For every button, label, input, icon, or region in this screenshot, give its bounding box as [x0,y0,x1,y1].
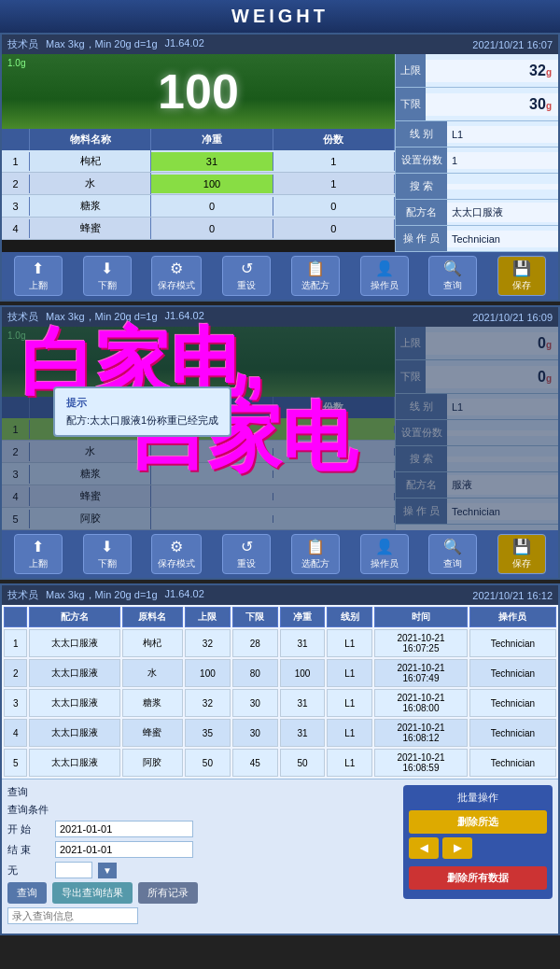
p2-save-icon: 💾 [512,538,531,555]
col-num-h [4,607,27,627]
portions-label: 设置份数 [396,147,447,173]
table-row: 1 太太口服液 枸杞 32 28 31 L1 2021-10-2116:07:2… [4,629,556,657]
search-input-row [7,907,394,924]
p2-query-icon: 🔍 [443,538,462,555]
upper-limit-row: 上限 32g [396,54,558,88]
recipe-icon: 📋 [306,260,325,277]
btn-operator[interactable]: 👤 操作员 [360,256,409,296]
btn-select-recipe[interactable]: 📋 选配方 [291,256,340,296]
btn-down[interactable]: ⬇ 下翻 [83,256,132,296]
query-actions-row: 查询 导出查询结果 所有记录 [7,882,394,904]
p2-btn-select-recipe[interactable]: 📋 选配方 [291,534,340,574]
query-arrow-btn[interactable]: ▼ [98,863,117,878]
search-row: 搜 索 [396,174,558,200]
table-row: 2 太太口服液 水 100 80 100 L1 2021-10-2116:07:… [4,659,556,687]
p2-btn-reset[interactable]: ↺ 重设 [222,534,271,574]
operator-value: Technician [447,231,558,247]
p2-btn-query[interactable]: 🔍 查询 [428,534,477,574]
lower-limit-value: 30g [426,93,558,116]
portions-value: 1 [447,152,558,169]
upper-limit-value: 32g [426,60,558,82]
row1-count: 1 [273,152,395,171]
col-lower-h: 下限 [232,607,278,627]
col-num [2,129,30,150]
panel3-version: J1.64.02 [165,588,204,602]
weight-display: 1.0g 100 [2,54,395,129]
query-end-input[interactable] [55,841,193,858]
panel1-main: 1.0g 100 物料名称 净重 份数 1 枸杞 31 1 [2,54,558,252]
row3-weight: 0 [151,197,273,216]
app-title: WEIGHT [0,0,560,33]
p2-btn-save[interactable]: 💾 保存 [497,534,546,574]
query-none-label: 无 [7,864,49,878]
col-name-header: 物料名称 [30,129,151,150]
table-row: 4 太太口服液 蜂蜜 35 30 31 L1 2021-10-2116:08:1… [4,719,556,747]
query-section-label: 查询 [7,785,49,799]
btn-query[interactable]: 🔍 查询 [428,256,477,296]
query-start-input[interactable] [55,821,193,837]
panel3-user: 技术员 [7,588,38,602]
panel2-header: 技术员 Max 3kg，Min 20g d=1g J1.64.02 2021/1… [2,307,558,327]
col-material-h: 原料名 [122,607,183,627]
query-small-input[interactable] [55,862,92,878]
line-value: L1 [447,126,558,143]
table-header: 物料名称 净重 份数 [2,129,395,150]
search-query-input[interactable] [7,907,138,924]
recipe-value: 太太口服液 [447,203,558,222]
col-recipe-h: 配方名 [29,607,120,627]
panel2-user: 技术员 [7,310,38,324]
p2-btn-save-mode[interactable]: ⚙ 保存模式 [151,534,202,574]
query-icon: 🔍 [443,260,462,277]
operator-label: 操 作 员 [396,226,447,251]
recipe-label: 配方名 [396,200,447,225]
btn-save-mode[interactable]: ⚙ 保存模式 [151,256,202,296]
p2-btn-down[interactable]: ⬇ 下翻 [83,534,132,574]
query-section: 查询 查询条件 开 始 结 束 无 ▼ [2,779,558,934]
query-condition-row: 查询条件 [7,803,394,817]
query-end-row: 结 束 [7,841,394,858]
query-btn[interactable]: 查询 [7,882,47,904]
panel1-maxmin: Max 3kg，Min 20g d=1g [46,37,158,51]
search-label: 搜 索 [396,174,447,199]
table-row: 2 水 100 1 [2,173,395,195]
records-table: 配方名 原料名 上限 下限 净重 线别 时间 操作员 1 太太口服液 枸杞 32… [2,605,558,779]
table-row: 1 枸杞 31 1 [2,150,395,173]
delete-selected-btn[interactable]: 删除所选 [409,810,547,834]
delete-all-btn[interactable]: 删除所有数据 [409,866,547,890]
panel2: 技术员 Max 3kg，Min 20g d=1g J1.64.02 2021/1… [0,305,560,580]
btn-save[interactable]: 💾 保存 [497,256,546,296]
p2-down-icon: ⬇ [101,538,113,555]
panel1-right: 上限 32g 下限 30g 线 别 L1 设置份数 1 搜 索 [395,54,558,252]
weight-unit: 1.0g [7,58,25,68]
row2-name: 水 [30,173,151,194]
table-row: 3 太太口服液 糖浆 32 30 31 L1 2021-10-2116:08:0… [4,689,556,717]
row1-id: 1 [2,152,30,171]
batch-title: 批量操作 [409,791,547,805]
row1-weight: 31 [151,152,273,171]
p2-col-count: 份数 [273,397,395,418]
line-row: 线 别 L1 [396,121,558,147]
p2-btn-up[interactable]: ⬆ 上翻 [14,534,63,574]
records-btn[interactable]: 所有记录 [138,882,198,904]
p2-btn-operator[interactable]: 👤 操作员 [360,534,409,574]
save-icon: 💾 [512,260,531,277]
panel1-datetime: 2021/10/21 16:07 [472,39,553,50]
export-btn[interactable]: 导出查询结果 [52,882,133,904]
p2-save-mode-icon: ⚙ [170,538,183,555]
col-upper-h: 上限 [185,607,231,627]
portions-row: 设置份数 1 [396,147,558,174]
nav-prev-btn[interactable]: ◀ [409,837,439,859]
query-controls: 查询 查询条件 开 始 结 束 无 ▼ [7,785,394,928]
nav-next-btn[interactable]: ▶ [442,837,472,859]
p2-reset-icon: ↺ [241,538,253,555]
col-line-h: 线别 [327,607,372,627]
panel2-maxmin: Max 3kg，Min 20g d=1g [46,310,158,324]
btn-reset[interactable]: ↺ 重设 [222,256,271,296]
down-icon: ⬇ [101,260,113,277]
lower-limit-label: 下限 [396,88,426,120]
row1-name: 枸杞 [30,150,151,172]
row4-id: 4 [2,219,30,238]
query-condition-label: 查询条件 [7,803,49,817]
search-value [447,184,558,190]
btn-up[interactable]: ⬆ 上翻 [14,256,63,296]
